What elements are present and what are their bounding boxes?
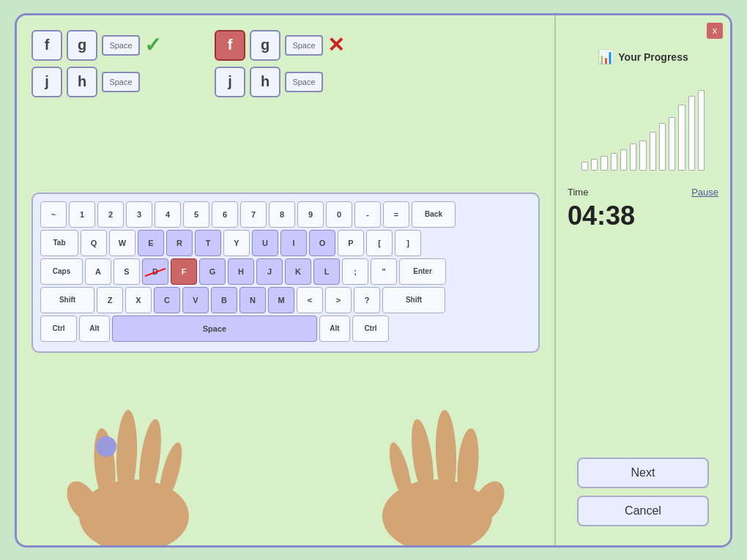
bar-4 <box>620 149 627 171</box>
kb-key-minus[interactable]: - <box>354 201 381 228</box>
bar-12 <box>698 90 705 171</box>
bar-1 <box>591 159 598 171</box>
seq-key-j-current: j <box>215 67 245 97</box>
seq-key-g1: g <box>67 30 97 61</box>
kb-key-b[interactable]: B <box>211 287 237 313</box>
kb-key-7[interactable]: 7 <box>240 201 267 228</box>
kb-key-enter[interactable]: Enter <box>399 258 446 285</box>
kb-key-o[interactable]: O <box>309 230 335 256</box>
kb-key-u[interactable]: U <box>252 230 278 256</box>
kb-key-d[interactable]: D <box>142 258 168 285</box>
svg-point-11 <box>385 440 417 504</box>
kb-key-lalt[interactable]: Alt <box>79 316 110 342</box>
kb-key-c[interactable]: C <box>154 287 180 313</box>
kb-key-v[interactable]: V <box>182 287 209 313</box>
kb-key-lbracket[interactable]: [ <box>366 230 393 256</box>
cross-icon: ✕ <box>327 33 344 57</box>
kb-key-0[interactable]: 0 <box>326 201 352 228</box>
kb-key-caps[interactable]: Caps <box>40 258 83 285</box>
kb-key-ralt[interactable]: Alt <box>319 316 350 342</box>
bar-10 <box>678 105 685 171</box>
kb-key-5[interactable]: 5 <box>183 201 209 228</box>
kb-key-t[interactable]: T <box>195 230 221 256</box>
kb-key-m[interactable]: M <box>268 287 294 313</box>
next-button[interactable]: Next <box>577 458 709 488</box>
bar-5 <box>630 143 636 171</box>
kb-key-rshift[interactable]: Shift <box>382 287 445 313</box>
kb-key-backspace[interactable]: Back <box>412 201 456 228</box>
kb-key-9[interactable]: 9 <box>297 201 324 228</box>
bar-8 <box>659 123 666 171</box>
kb-key-6[interactable]: 6 <box>212 201 238 228</box>
kb-key-f[interactable]: F <box>171 258 197 285</box>
bar-0 <box>581 162 588 171</box>
kb-key-lctrl[interactable]: Ctrl <box>40 316 77 342</box>
kb-key-i[interactable]: I <box>280 230 307 256</box>
kb-key-lshift[interactable]: Shift <box>40 287 94 313</box>
kb-key-e[interactable]: E <box>138 230 164 256</box>
seq-key-h1: h <box>67 67 97 97</box>
kb-key-comma[interactable]: < <box>297 287 323 313</box>
kb-key-p[interactable]: P <box>338 230 364 256</box>
seq-key-space3: Space <box>285 72 323 92</box>
seq-row-1-current: f g Space ✕ <box>215 30 344 61</box>
kb-key-z[interactable]: Z <box>97 287 123 313</box>
seq-key-j1: j <box>31 67 62 97</box>
kb-row-asdf: Caps A S D F G H J K L ; " Enter <box>40 258 531 285</box>
finger-dot-left <box>96 436 116 457</box>
kb-row-bottom: Ctrl Alt Space Alt Ctrl <box>40 316 531 342</box>
kb-row-qwerty: Tab Q W E R T Y U I O P [ ] <box>40 230 531 256</box>
kb-key-k[interactable]: K <box>285 258 311 285</box>
progress-title: 📊 Your Progress <box>598 49 688 65</box>
kb-key-n[interactable]: N <box>239 287 266 313</box>
right-panel: x 📊 Your Progress Time Pause 04:38 Next … <box>554 15 730 545</box>
kb-key-1[interactable]: 1 <box>69 201 95 228</box>
kb-key-j[interactable]: J <box>256 258 283 285</box>
kb-key-a[interactable]: A <box>85 258 111 285</box>
time-section: Time Pause 04:38 <box>568 187 718 231</box>
kb-key-l[interactable]: L <box>313 258 340 285</box>
bar-chart <box>577 72 709 175</box>
kb-key-tab[interactable]: Tab <box>40 230 78 256</box>
pause-button[interactable]: Pause <box>691 187 718 198</box>
seq-key-f1: f <box>31 30 62 61</box>
close-button[interactable]: x <box>707 23 723 39</box>
kb-key-tilde[interactable]: ~ <box>40 201 67 228</box>
kb-key-rctrl[interactable]: Ctrl <box>352 316 389 342</box>
kb-key-rbracket[interactable]: ] <box>395 230 421 256</box>
main-container: f g Space ✓ j h Space f g Space ✕ j h <box>15 13 732 548</box>
kb-key-semicolon[interactable]: ; <box>342 258 368 285</box>
kb-key-x[interactable]: X <box>125 287 152 313</box>
kb-key-2[interactable]: 2 <box>97 201 124 228</box>
kb-key-8[interactable]: 8 <box>269 201 295 228</box>
kb-key-slash[interactable]: ? <box>354 287 380 313</box>
kb-key-quote[interactable]: " <box>371 258 397 285</box>
kb-key-y[interactable]: Y <box>223 230 250 256</box>
kb-key-equals[interactable]: = <box>383 201 409 228</box>
kb-key-4[interactable]: 4 <box>155 201 181 228</box>
kb-key-g[interactable]: G <box>199 258 226 285</box>
cancel-button[interactable]: Cancel <box>577 496 709 526</box>
seq-row-2-current: j h Space <box>215 67 344 97</box>
kb-key-space[interactable]: Space <box>112 316 317 342</box>
kb-key-q[interactable]: Q <box>81 230 107 256</box>
right-hand-svg <box>342 392 525 545</box>
left-panel: f g Space ✓ j h Space f g Space ✕ j h <box>17 15 554 545</box>
time-label: Time <box>568 187 588 198</box>
left-hand-svg <box>46 392 229 545</box>
seq-key-h-current: h <box>250 67 280 97</box>
kb-key-s[interactable]: S <box>114 258 140 285</box>
kb-key-period[interactable]: > <box>325 287 352 313</box>
bar-chart-icon: 📊 <box>598 49 614 65</box>
check-icon: ✓ <box>144 33 161 57</box>
kb-key-r[interactable]: R <box>166 230 193 256</box>
kb-key-h[interactable]: H <box>228 258 254 285</box>
seq-key-space1: Space <box>102 35 140 56</box>
keyboard-container: ~ 1 2 3 4 5 6 7 8 9 0 - = Back Tab Q W E <box>31 193 540 353</box>
seq-key-space2: Space <box>102 72 140 92</box>
kb-row-numbers: ~ 1 2 3 4 5 6 7 8 9 0 - = Back <box>40 201 531 228</box>
kb-key-3[interactable]: 3 <box>126 201 152 228</box>
time-display: 04:38 <box>568 201 718 231</box>
kb-key-w[interactable]: W <box>109 230 135 256</box>
time-header: Time Pause <box>568 187 718 198</box>
